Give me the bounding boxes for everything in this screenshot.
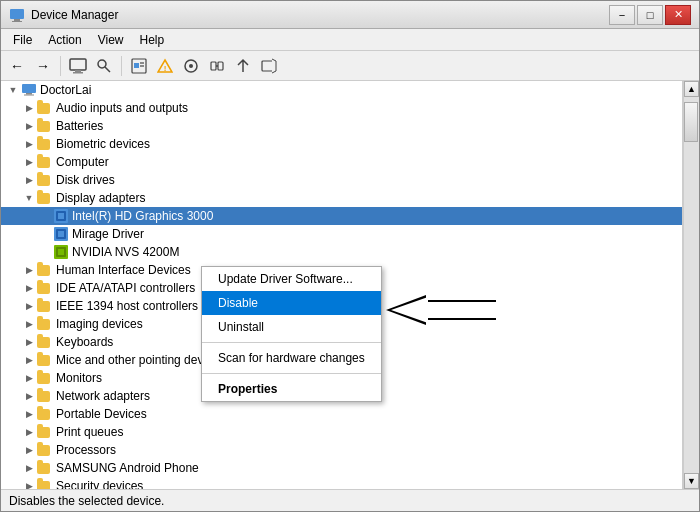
context-disable[interactable]: Disable (202, 291, 381, 315)
batteries-label: Batteries (56, 119, 103, 133)
maximize-button[interactable]: □ (637, 5, 663, 25)
svg-rect-5 (73, 72, 83, 74)
hid-label: Human Interface Devices (56, 263, 191, 277)
computer-icon (21, 82, 37, 98)
tree-item-audio[interactable]: ▶ Audio inputs and outputs (1, 99, 682, 117)
tree-item-security[interactable]: ▶ Security devices (1, 477, 682, 489)
biometric-label: Biometric devices (56, 137, 150, 151)
toolbar-btn7[interactable] (231, 54, 255, 78)
svg-point-15 (189, 64, 193, 68)
tree-root[interactable]: ▼ DoctorLai (1, 81, 682, 99)
scroll-down[interactable]: ▼ (684, 473, 699, 489)
expand-portable: ▶ (21, 406, 37, 422)
tree-item-nvidia[interactable]: NVIDIA NVS 4200M (1, 243, 682, 261)
svg-rect-22 (24, 95, 34, 96)
menu-view[interactable]: View (90, 31, 132, 49)
print-label: Print queues (56, 425, 123, 439)
scroll-track[interactable] (684, 97, 699, 473)
disk-label: Disk drives (56, 173, 115, 187)
close-button[interactable]: ✕ (665, 5, 691, 25)
toolbar-btn3[interactable] (127, 54, 151, 78)
context-uninstall[interactable]: Uninstall (202, 315, 381, 339)
menu-action[interactable]: Action (40, 31, 89, 49)
expand-intel (37, 208, 53, 224)
toolbar-btn6[interactable] (205, 54, 229, 78)
monitors-folder-icon (37, 370, 53, 386)
menu-file[interactable]: File (5, 31, 40, 49)
window-title: Device Manager (31, 8, 118, 22)
toolbar-btn4[interactable]: ! (153, 54, 177, 78)
processors-folder-icon (37, 442, 53, 458)
tree-item-processors[interactable]: ▶ Processors (1, 441, 682, 459)
expand-mice: ▶ (21, 352, 37, 368)
svg-point-6 (98, 60, 106, 68)
expand-print: ▶ (21, 424, 37, 440)
svg-rect-31 (58, 249, 64, 255)
expand-root: ▼ (5, 82, 21, 98)
toolbar-search[interactable] (92, 54, 116, 78)
tree-view[interactable]: ▼ DoctorLai ▶ Audio inputs and outputs (1, 81, 683, 489)
toolbar-btn8[interactable] (257, 54, 281, 78)
tree-item-samsung[interactable]: ▶ SAMSUNG Android Phone (1, 459, 682, 477)
context-properties[interactable]: Properties (202, 377, 381, 401)
ide-label: IDE ATA/ATAPI controllers (56, 281, 195, 295)
context-sep-1 (202, 342, 381, 343)
svg-rect-2 (12, 21, 22, 22)
toolbar-sep-2 (121, 56, 122, 76)
root-label: DoctorLai (40, 83, 91, 97)
samsung-folder-icon (37, 460, 53, 476)
svg-rect-1 (14, 19, 20, 21)
display-label: Display adapters (56, 191, 145, 205)
tree-item-computer[interactable]: ▶ Computer (1, 153, 682, 171)
scrollbar[interactable]: ▲ ▼ (683, 81, 699, 489)
context-scan[interactable]: Scan for hardware changes (202, 346, 381, 370)
disk-folder-icon (37, 172, 53, 188)
tree-item-batteries[interactable]: ▶ Batteries (1, 117, 682, 135)
tree-item-mirage[interactable]: Mirage Driver (1, 225, 682, 243)
security-label: Security devices (56, 479, 143, 489)
title-bar-left: Device Manager (9, 7, 118, 23)
toolbar-btn5[interactable] (179, 54, 203, 78)
toolbar-sep-1 (60, 56, 61, 76)
network-folder-icon (37, 388, 53, 404)
svg-rect-3 (70, 59, 86, 70)
network-label: Network adapters (56, 389, 150, 403)
tree-item-disk[interactable]: ▶ Disk drives (1, 171, 682, 189)
expand-computer: ▶ (21, 154, 37, 170)
svg-rect-9 (134, 63, 139, 68)
svg-rect-16 (211, 62, 216, 70)
tree-item-biometric[interactable]: ▶ Biometric devices (1, 135, 682, 153)
biometric-folder-icon (37, 136, 53, 152)
portable-label: Portable Devices (56, 407, 147, 421)
svg-text:!: ! (164, 64, 167, 73)
toolbar-back[interactable]: ← (5, 54, 29, 78)
svg-rect-4 (75, 70, 81, 72)
computer-folder-icon (37, 154, 53, 170)
scroll-up[interactable]: ▲ (684, 81, 699, 97)
expand-disk: ▶ (21, 172, 37, 188)
expand-monitors: ▶ (21, 370, 37, 386)
menu-help[interactable]: Help (132, 31, 173, 49)
minimize-button[interactable]: − (609, 5, 635, 25)
ieee-label: IEEE 1394 host controllers (56, 299, 198, 313)
security-folder-icon (37, 478, 53, 489)
expand-network: ▶ (21, 388, 37, 404)
expand-hid: ▶ (21, 262, 37, 278)
expand-biometric: ▶ (21, 136, 37, 152)
svg-line-7 (105, 67, 110, 72)
mirage-label: Mirage Driver (72, 227, 144, 241)
scroll-thumb[interactable] (684, 102, 698, 142)
computer-label: Computer (56, 155, 109, 169)
nvidia-device-icon (53, 244, 69, 260)
toolbar-computer[interactable] (66, 54, 90, 78)
context-update[interactable]: Update Driver Software... (202, 267, 381, 291)
svg-rect-25 (58, 213, 64, 219)
display-folder-icon (37, 190, 53, 206)
tree-item-display[interactable]: ▼ Display adapters (1, 189, 682, 207)
tree-item-intel[interactable]: Intel(R) HD Graphics 3000 (1, 207, 682, 225)
expand-nvidia (37, 244, 53, 260)
toolbar: ← → (1, 51, 699, 81)
tree-item-portable[interactable]: ▶ Portable Devices (1, 405, 682, 423)
toolbar-forward[interactable]: → (31, 54, 55, 78)
tree-item-print[interactable]: ▶ Print queues (1, 423, 682, 441)
